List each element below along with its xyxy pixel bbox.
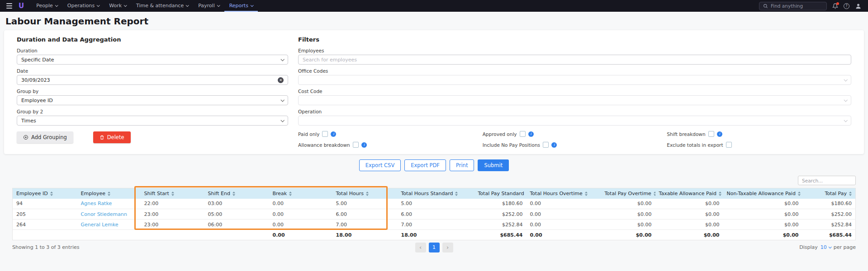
chevron-down-icon <box>217 4 220 7</box>
display-label: Display <box>799 244 818 250</box>
chevron-down-icon <box>844 118 847 122</box>
checkbox-shift-breakdown: Shift breakdown i <box>667 131 851 137</box>
office-codes-select[interactable] <box>298 75 851 85</box>
showing-entries-text: Showing 1 to 3 of 3 entries <box>12 244 79 250</box>
chevron-down-icon <box>124 4 127 7</box>
table-footer: Showing 1 to 3 of 3 entries ‹ 1 › Displa… <box>12 244 856 250</box>
chevron-down-icon <box>844 98 847 102</box>
chevron-down-icon <box>280 98 284 102</box>
filter-checkboxes: Paid only i Approved only i Shift breakd… <box>298 131 851 148</box>
nav-item-reports[interactable]: Reports <box>224 0 258 12</box>
table-header-row: Employee ID Employee Shift Start Shift E… <box>13 188 856 199</box>
column-header-break[interactable]: Break <box>269 188 332 199</box>
find-anything-input[interactable] <box>771 3 823 9</box>
per-page-select[interactable]: 10 <box>821 244 831 250</box>
employees-label: Employees <box>298 48 851 53</box>
paid-only-checkbox[interactable] <box>322 131 328 137</box>
chevron-down-icon <box>186 4 189 7</box>
shift-breakdown-checkbox[interactable] <box>708 131 714 137</box>
sort-icon <box>108 192 110 196</box>
column-header-total-pay-overtime[interactable]: Total Pay Overtime <box>601 188 655 199</box>
submit-button[interactable]: Submit <box>478 159 509 171</box>
nav-item-people[interactable]: People <box>31 0 62 12</box>
column-header-total-pay[interactable]: Total Pay <box>802 188 856 199</box>
info-icon[interactable]: i <box>528 131 534 137</box>
prev-page-button[interactable]: ‹ <box>415 243 426 252</box>
report-config-card: Duration and Data Aggregation Duration S… <box>4 30 864 154</box>
employee-link[interactable]: Conor Stiedemann <box>81 211 127 217</box>
help-icon: ? <box>844 3 849 9</box>
user-menu-button[interactable] <box>855 3 862 9</box>
employee-link[interactable]: General Lemke <box>81 222 119 228</box>
nav-item-operations[interactable]: Operations <box>62 0 104 12</box>
notifications-button[interactable] <box>832 3 838 9</box>
column-header-non-taxable-allowance[interactable]: Non-Taxable Allowance Paid <box>723 188 802 199</box>
sort-icon <box>585 192 588 196</box>
column-header-employee-id[interactable]: Employee ID <box>13 188 77 199</box>
chevron-down-icon <box>844 78 847 81</box>
report-actions: Export CSV Export PDF Print Submit <box>0 159 868 171</box>
duration-select[interactable]: Specific Date <box>17 55 288 65</box>
nav-item-payroll[interactable]: Payroll <box>193 0 224 12</box>
column-header-total-pay-standard[interactable]: Total Pay Standard <box>474 188 526 199</box>
app-logo: U <box>19 3 24 9</box>
info-icon[interactable]: i <box>551 142 557 148</box>
employee-link[interactable]: Agnes Ratke <box>81 201 112 206</box>
checkbox-allowance-breakdown: Allowance breakdown i <box>298 142 483 148</box>
checkbox-approved-only: Approved only i <box>483 131 667 137</box>
office-codes-label: Office Codes <box>298 68 851 74</box>
search-icon <box>763 4 768 9</box>
info-icon[interactable]: i <box>717 131 722 137</box>
table-row: 205 Conor Stiedemann 23:00 05:00 0.00 6.… <box>13 209 856 220</box>
cost-code-select[interactable] <box>298 95 851 105</box>
employee-id-cell: 94 <box>13 199 77 209</box>
info-icon[interactable]: i <box>361 142 367 148</box>
clear-date-button[interactable]: ✕ <box>278 77 284 83</box>
column-header-shift-start[interactable]: Shift Start <box>141 188 204 199</box>
export-csv-button[interactable]: Export CSV <box>359 159 401 171</box>
hamburger-menu-button[interactable] <box>6 3 12 9</box>
group-by-select[interactable]: Employee ID <box>17 95 288 105</box>
column-header-taxable-allowance[interactable]: Taxable Allowance Paid <box>655 188 723 199</box>
pagination: ‹ 1 › <box>415 243 453 252</box>
column-header-total-hours-overtime[interactable]: Total Hours Overtime <box>526 188 601 199</box>
column-header-shift-end[interactable]: Shift End <box>204 188 269 199</box>
add-grouping-button[interactable]: Add Grouping <box>17 131 73 143</box>
allowance-breakdown-checkbox[interactable] <box>353 142 359 148</box>
group-by-2-select[interactable]: Times <box>17 116 288 126</box>
per-page-control: Display 10 per page <box>799 244 856 250</box>
approved-only-checkbox[interactable] <box>520 131 526 137</box>
table-search-input[interactable] <box>798 176 856 185</box>
sort-icon <box>171 192 174 196</box>
checkbox-paid-only: Paid only i <box>298 131 483 137</box>
nav-item-time-attendance[interactable]: Time & attendance <box>131 0 193 12</box>
column-header-employee[interactable]: Employee <box>77 188 141 199</box>
column-header-total-hours-standard[interactable]: Total Hours Standard <box>398 188 474 199</box>
sort-icon <box>366 192 369 196</box>
exclude-totals-checkbox[interactable] <box>726 142 732 148</box>
help-button[interactable]: ? <box>844 3 849 9</box>
sort-icon <box>798 192 801 196</box>
nav-item-work[interactable]: Work <box>104 0 131 12</box>
info-icon[interactable]: i <box>331 131 336 137</box>
export-pdf-button[interactable]: Export PDF <box>404 159 446 171</box>
column-header-total-hours[interactable]: Total Hours <box>332 188 398 199</box>
table-toolbar <box>12 176 856 185</box>
next-page-button[interactable]: › <box>442 243 453 252</box>
employees-search-input[interactable] <box>303 57 847 63</box>
per-page-label: per page <box>834 244 856 250</box>
delete-button[interactable]: Delete <box>93 131 131 143</box>
print-button[interactable]: Print <box>450 159 474 171</box>
employees-field <box>298 55 851 65</box>
report-table: Employee ID Employee Shift Start Shift E… <box>12 188 856 240</box>
operation-select[interactable] <box>298 116 851 126</box>
main-nav: People Operations Work Time & attendance… <box>31 0 258 12</box>
page-1-button[interactable]: 1 <box>429 243 440 252</box>
include-no-pay-checkbox[interactable] <box>543 142 549 148</box>
date-input[interactable] <box>21 77 278 83</box>
page-title: Labour Management Report <box>5 16 868 27</box>
plus-circle-icon <box>23 135 28 140</box>
avatar-icon <box>855 3 862 9</box>
totals-row: 0.00 18.00 18.00 $685.44 0.00 $0.00 $0.0… <box>13 230 856 240</box>
global-search <box>759 2 827 10</box>
